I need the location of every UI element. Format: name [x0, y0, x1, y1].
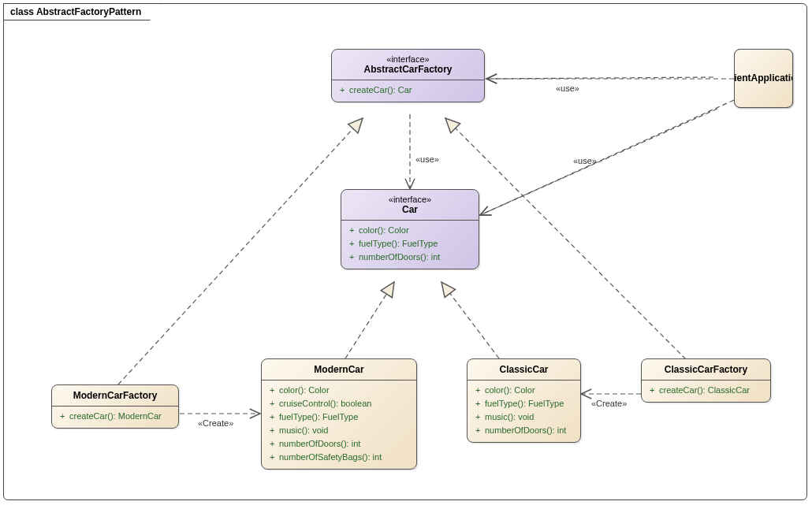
edge-label-use: «use» — [556, 84, 579, 93]
edge-label-create: «Create» — [198, 418, 233, 428]
operation: +fuelType(): FuelType — [475, 397, 575, 410]
class-title: ModernCarFactory — [52, 385, 178, 407]
edge-label-use: «use» — [573, 156, 597, 165]
operation: +music(): void — [475, 410, 575, 424]
operation: +color(): Color — [475, 384, 575, 397]
class-classic-car-factory[interactable]: ClassicCarFactory +createCar(): ClassicC… — [641, 358, 771, 403]
class-car[interactable]: «interface» Car +color(): Color +fuelTyp… — [341, 189, 479, 269]
operation: +cruiseControl(): boolean — [270, 397, 412, 410]
class-name: ClassicCarFactory — [645, 364, 767, 375]
operation: +color(): Color — [270, 384, 412, 397]
edge-label-use: «use» — [415, 154, 439, 164]
class-operations: +color(): Color +cruiseControl(): boolea… — [262, 381, 416, 469]
operation: +numberOfSafetyBags(): int — [270, 451, 412, 464]
class-stereotype: «interface» — [345, 195, 475, 204]
diagram-title-tab: class AbstractFactoryPattern — [3, 3, 161, 20]
class-operations: +createCar(): ModernCar — [52, 407, 178, 428]
edge-label-create: «Create» — [591, 399, 627, 408]
class-modern-car-factory[interactable]: ModernCarFactory +createCar(): ModernCar — [51, 384, 179, 429]
class-operations: +createCar(): Car — [332, 80, 484, 102]
class-title: ModernCar — [262, 359, 416, 381]
operation: +numberOfDoors(): int — [270, 437, 412, 451]
operation: +numberOfDoors(): int — [349, 251, 474, 264]
class-name: ModernCar — [265, 364, 413, 375]
operation: +music(): void — [270, 424, 412, 437]
operation: +numberOfDoors(): int — [475, 424, 575, 437]
class-name: ClassicCar — [471, 364, 577, 375]
class-operations: +color(): Color +fuelType(): FuelType +m… — [467, 381, 580, 442]
class-abstract-car-factory[interactable]: «interface» AbstractCarFactory +createCa… — [331, 49, 485, 102]
class-name: AbstractCarFactory — [335, 64, 481, 75]
class-stereotype: «interface» — [335, 54, 481, 64]
class-classic-car[interactable]: ClassicCar +color(): Color +fuelType(): … — [467, 358, 581, 443]
operation: +createCar(): Car — [340, 84, 479, 97]
class-title: ClassicCarFactory — [642, 359, 770, 381]
operation: +color(): Color — [349, 224, 474, 237]
class-modern-car[interactable]: ModernCar +color(): Color +cruiseControl… — [261, 358, 417, 470]
diagram-title: class AbstractFactoryPattern — [10, 6, 141, 17]
class-operations: +color(): Color +fuelType(): FuelType +n… — [341, 221, 479, 269]
class-name: ModernCarFactory — [55, 390, 175, 401]
class-name: ClientApplication — [735, 50, 792, 107]
operation: +fuelType(): FuelType — [270, 410, 412, 424]
class-client-application-box[interactable]: ClientApplication — [734, 49, 793, 108]
class-title: «interface» Car — [341, 190, 479, 221]
class-name: Car — [345, 204, 475, 215]
class-operations: +createCar(): ClassicCar — [642, 381, 770, 402]
operation: +fuelType(): FuelType — [349, 237, 474, 251]
class-title: ClassicCar — [467, 359, 580, 381]
class-title: «interface» AbstractCarFactory — [332, 50, 484, 80]
operation: +createCar(): ClassicCar — [650, 384, 765, 397]
operation: +createCar(): ModernCar — [60, 410, 173, 423]
